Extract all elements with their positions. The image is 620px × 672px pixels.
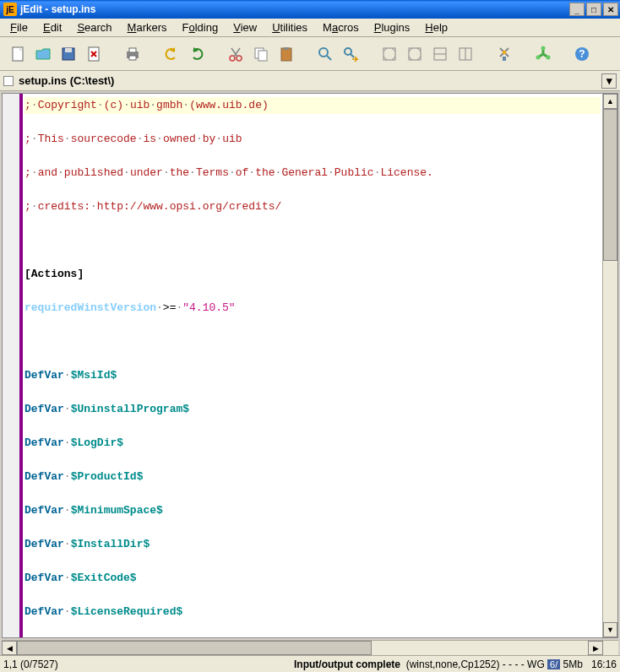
split-h-icon[interactable]	[429, 43, 451, 65]
svg-rect-2	[65, 48, 72, 52]
minimize-button[interactable]: _	[569, 3, 585, 16]
svg-rect-12	[284, 47, 289, 50]
scroll-thumb-h[interactable]	[17, 641, 372, 655]
buffer-checkbox[interactable]	[3, 76, 14, 86]
menu-folding[interactable]: Folding	[176, 19, 226, 35]
split-v-icon[interactable]	[454, 43, 476, 65]
close-file-icon[interactable]	[83, 43, 105, 65]
paste-icon[interactable]	[275, 43, 297, 65]
menubar: File Edit Search Markers Folding View Ut…	[0, 19, 620, 37]
help-icon[interactable]: ?	[571, 43, 593, 65]
svg-text:?: ?	[579, 48, 585, 60]
svg-rect-22	[503, 57, 506, 61]
menu-search[interactable]: Search	[70, 19, 118, 35]
menu-markers[interactable]: Markers	[121, 19, 174, 35]
find-icon[interactable]	[314, 43, 336, 65]
status-time: 16:16	[591, 658, 617, 670]
memory-total: 5Mb	[563, 658, 583, 670]
window-title: jEdit - setup.ins	[20, 3, 569, 15]
redo-icon[interactable]	[186, 43, 208, 65]
app-icon: jE	[3, 3, 17, 16]
svg-rect-11	[281, 48, 291, 61]
status-bar: 1,1 (0/7527) Input/output complete (wins…	[0, 655, 620, 672]
print-icon[interactable]	[122, 43, 144, 65]
scroll-down-icon[interactable]: ▼	[603, 622, 617, 637]
undo-icon[interactable]	[160, 43, 182, 65]
buffer-bar: setup.ins (C:\test\) ▾	[0, 71, 620, 91]
svg-rect-5	[129, 48, 136, 52]
svg-point-24	[536, 55, 541, 59]
svg-rect-10	[258, 51, 267, 61]
menu-plugins[interactable]: Plugins	[367, 19, 417, 35]
toolbar: ?	[0, 37, 620, 71]
titlebar: jE jEdit - setup.ins _ □ ✕	[0, 0, 620, 19]
svg-point-14	[345, 48, 351, 55]
svg-point-25	[547, 55, 551, 59]
cut-icon[interactable]	[225, 43, 247, 65]
new-icon[interactable]	[7, 43, 29, 65]
save-icon[interactable]	[57, 43, 79, 65]
svg-rect-6	[129, 56, 136, 60]
menu-help[interactable]: Help	[418, 19, 454, 35]
menu-edit[interactable]: Edit	[36, 19, 68, 35]
settings-icon[interactable]	[493, 43, 515, 65]
maximize-button[interactable]: □	[586, 3, 601, 16]
close-button[interactable]: ✕	[603, 3, 618, 16]
new-view-icon[interactable]	[378, 43, 400, 65]
scroll-up-icon[interactable]: ▲	[603, 94, 617, 109]
menu-macros[interactable]: Macros	[316, 19, 366, 35]
scroll-right-icon[interactable]: ▶	[588, 641, 603, 655]
svg-point-23	[541, 46, 546, 50]
status-message: Input/output complete	[294, 658, 400, 670]
vertical-scrollbar[interactable]: ▲ ▼	[602, 94, 617, 637]
find-next-icon[interactable]	[340, 43, 362, 65]
svg-point-21	[503, 51, 506, 54]
buffer-name: setup.ins (C:\test\)	[19, 74, 114, 87]
code-area[interactable]: ;·Copyright·(c)·uib·gmbh·(www.uib.de) ;·…	[23, 94, 602, 637]
scroll-thumb-v[interactable]	[603, 109, 617, 261]
scroll-left-icon[interactable]: ◀	[2, 641, 17, 655]
open-icon[interactable]	[32, 43, 54, 65]
copy-icon[interactable]	[250, 43, 272, 65]
caret-position: 1,1 (0/7527)	[3, 658, 58, 670]
svg-point-13	[319, 48, 328, 57]
horizontal-scrollbar[interactable]: ◀ ▶	[2, 640, 618, 655]
memory-used: 6/	[547, 659, 560, 669]
buffer-dropdown[interactable]: ▾	[601, 73, 617, 89]
plugins-icon[interactable]	[532, 43, 554, 65]
menu-file[interactable]: File	[3, 19, 35, 35]
unsplit-icon[interactable]	[404, 43, 426, 65]
menu-utilities[interactable]: Utilities	[265, 19, 314, 35]
editor: ;·Copyright·(c)·uib·gmbh·(www.uib.de) ;·…	[2, 93, 618, 638]
menu-view[interactable]: View	[226, 19, 264, 35]
gutter	[3, 94, 23, 637]
status-mode: (winst,none,Cp1252) - - - - WG	[406, 658, 545, 670]
